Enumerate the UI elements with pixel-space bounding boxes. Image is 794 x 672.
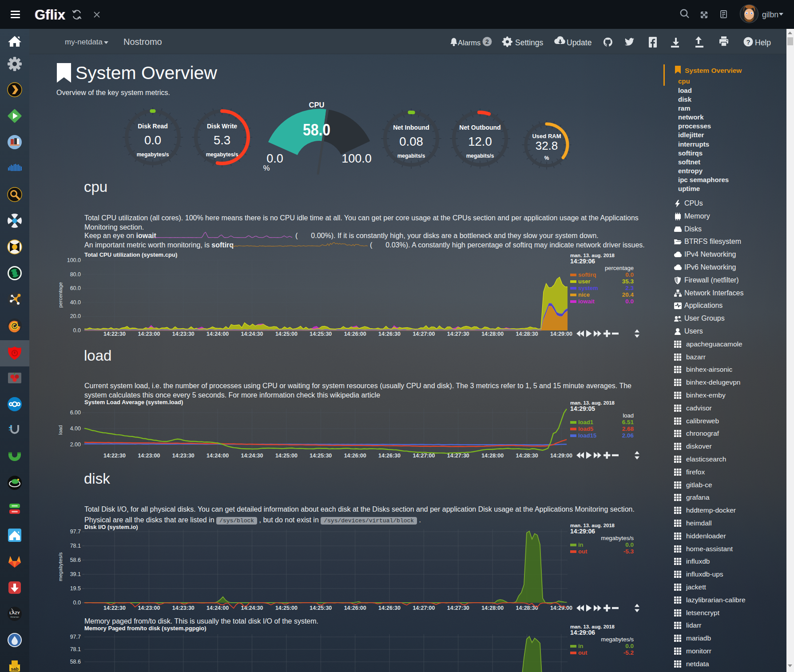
svg-text:megabytes/s: megabytes/s xyxy=(58,552,63,581)
svg-text:4.00: 4.00 xyxy=(70,425,81,432)
svg-text:0.0: 0.0 xyxy=(625,541,634,548)
svg-text:97.7: 97.7 xyxy=(70,529,81,535)
svg-text:78.1: 78.1 xyxy=(70,543,81,549)
svg-text:97.7: 97.7 xyxy=(70,634,81,640)
svg-text:in: in xyxy=(578,541,584,548)
svg-text:40.0: 40.0 xyxy=(70,299,81,306)
svg-text:0.0: 0.0 xyxy=(73,327,81,334)
svg-text:14:29:00: 14:29:00 xyxy=(550,605,572,611)
svg-text:19.5: 19.5 xyxy=(70,585,81,592)
svg-text:6.00: 6.00 xyxy=(70,410,81,416)
svg-text:0.0: 0.0 xyxy=(625,298,634,305)
svg-text:System Load Average (system.lo: System Load Average (system.load) xyxy=(84,399,183,406)
svg-text:12.0: 12.0 xyxy=(468,135,492,148)
svg-text:load15: load15 xyxy=(578,432,596,439)
svg-text:14:29:05: 14:29:05 xyxy=(570,405,595,412)
svg-text:14:25:00: 14:25:00 xyxy=(275,453,298,459)
svg-text:14:29:00: 14:29:00 xyxy=(550,331,572,337)
svg-text:2.3: 2.3 xyxy=(625,285,634,291)
svg-text:39.1: 39.1 xyxy=(70,571,81,577)
svg-text:14:29:06: 14:29:06 xyxy=(570,258,595,265)
svg-text:14:29:06: 14:29:06 xyxy=(570,528,595,535)
svg-text:megabits/s: megabits/s xyxy=(397,153,425,159)
svg-text:load: load xyxy=(623,412,634,419)
svg-text:0.0: 0.0 xyxy=(73,600,81,606)
svg-text:percentage: percentage xyxy=(605,265,634,271)
svg-text:32.8: 32.8 xyxy=(536,139,558,152)
svg-text:100.0: 100.0 xyxy=(341,152,372,165)
svg-text:58.6: 58.6 xyxy=(70,557,81,563)
svg-text:14:27:00: 14:27:00 xyxy=(413,453,435,459)
svg-text:14:29:06: 14:29:06 xyxy=(570,629,595,636)
svg-text:CPU: CPU xyxy=(309,101,325,109)
svg-text:Disk I/O (system.io): Disk I/O (system.io) xyxy=(84,524,138,530)
svg-text:14:28:00: 14:28:00 xyxy=(481,453,504,459)
svg-text:58.0: 58.0 xyxy=(303,121,330,139)
svg-text:out: out xyxy=(578,649,588,656)
svg-text:60.0: 60.0 xyxy=(70,285,81,291)
svg-text:14:28:00: 14:28:00 xyxy=(481,605,504,611)
svg-text:14:25:30: 14:25:30 xyxy=(310,331,332,337)
svg-text:14:29:00: 14:29:00 xyxy=(550,453,572,459)
svg-text:14:26:30: 14:26:30 xyxy=(378,331,401,337)
svg-text:14:23:30: 14:23:30 xyxy=(172,331,195,337)
svg-text:14:28:30: 14:28:30 xyxy=(516,331,538,337)
svg-text:14:23:00: 14:23:00 xyxy=(138,605,160,611)
svg-text:14:28:00: 14:28:00 xyxy=(481,331,504,337)
svg-text:14:25:00: 14:25:00 xyxy=(275,331,298,337)
svg-text:14:22:30: 14:22:30 xyxy=(103,453,126,459)
svg-text:2.06: 2.06 xyxy=(622,432,634,439)
svg-text:softirq: softirq xyxy=(578,271,596,278)
svg-text:Disk Read: Disk Read xyxy=(138,123,168,130)
svg-text:Total CPU utilization (system.: Total CPU utilization (system.cpu) xyxy=(84,251,177,258)
svg-text:0.0: 0.0 xyxy=(266,152,283,165)
svg-text:14:24:00: 14:24:00 xyxy=(206,605,229,611)
svg-text:2.68: 2.68 xyxy=(622,425,634,432)
svg-text:Used RAM: Used RAM xyxy=(532,133,561,139)
svg-text:14:24:00: 14:24:00 xyxy=(206,453,229,459)
svg-text:14:27:00: 14:27:00 xyxy=(413,605,435,611)
svg-text:megabytes/s: megabytes/s xyxy=(601,535,634,541)
svg-text:14:24:30: 14:24:30 xyxy=(241,605,263,611)
svg-text:-5.2: -5.2 xyxy=(623,649,634,656)
svg-text:Net Inbound: Net Inbound xyxy=(393,124,429,131)
svg-text:system: system xyxy=(578,285,598,291)
svg-text:20.0: 20.0 xyxy=(70,313,81,319)
svg-text:-5.3: -5.3 xyxy=(623,548,634,555)
svg-text:out: out xyxy=(578,548,588,555)
svg-text:user: user xyxy=(578,278,590,285)
svg-text:%: % xyxy=(544,155,549,161)
svg-text:20.4: 20.4 xyxy=(622,291,634,298)
svg-text:in: in xyxy=(578,643,584,649)
svg-text:14:26:30: 14:26:30 xyxy=(378,453,401,459)
svg-text:14:22:30: 14:22:30 xyxy=(103,331,126,337)
svg-text:14:25:30: 14:25:30 xyxy=(310,605,332,611)
svg-text:35.3: 35.3 xyxy=(622,278,634,285)
svg-text:0.08: 0.08 xyxy=(399,135,423,148)
svg-text:14:26:00: 14:26:00 xyxy=(344,453,366,459)
svg-text:14:27:30: 14:27:30 xyxy=(447,331,469,337)
svg-text:14:26:00: 14:26:00 xyxy=(344,331,366,337)
svg-text:14:23:30: 14:23:30 xyxy=(172,453,195,459)
svg-text:megabits/s: megabits/s xyxy=(466,153,494,159)
svg-text:megabytes/s: megabytes/s xyxy=(601,636,634,643)
svg-text:14:27:30: 14:27:30 xyxy=(447,605,469,611)
svg-text:14:24:00: 14:24:00 xyxy=(206,331,229,337)
svg-text:6.51: 6.51 xyxy=(622,419,634,425)
svg-text:78.1: 78.1 xyxy=(70,646,81,652)
svg-text:%: % xyxy=(263,164,270,172)
svg-text:14:25:00: 14:25:00 xyxy=(275,605,298,611)
svg-text:0.0: 0.0 xyxy=(144,133,161,147)
svg-text:nice: nice xyxy=(578,291,590,298)
svg-text:100.0: 100.0 xyxy=(67,257,81,263)
svg-text:percentage: percentage xyxy=(58,282,63,308)
svg-text:80.0: 80.0 xyxy=(70,271,81,278)
svg-text:14:26:00: 14:26:00 xyxy=(344,605,366,611)
svg-text:megabytes/s: megabytes/s xyxy=(206,151,238,158)
svg-text:Net Outbound: Net Outbound xyxy=(459,124,500,131)
svg-text:58.6: 58.6 xyxy=(70,659,81,665)
svg-text:5.3: 5.3 xyxy=(214,133,230,147)
svg-text:load1: load1 xyxy=(578,419,593,425)
svg-text:megabytes/s: megabytes/s xyxy=(137,151,169,158)
svg-text:14:23:00: 14:23:00 xyxy=(138,453,160,459)
